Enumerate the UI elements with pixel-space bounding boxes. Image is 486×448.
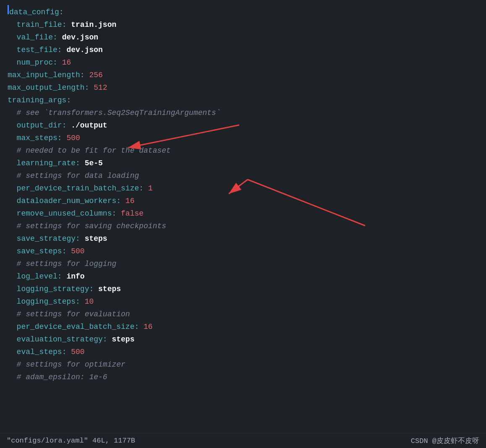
line-4: test_file: dev.json [4, 44, 486, 56]
code-content: data_config: train_file: train.json val_… [0, 3, 486, 385]
line-28: eval_steps: 500 [4, 346, 486, 358]
line-5: num_proc: 16 [4, 56, 486, 69]
line-29: # settings for optimizer [4, 358, 486, 371]
editor: data_config: train_file: train.json val_… [0, 0, 486, 448]
line-18: # settings for saving checkpoints [4, 220, 486, 232]
line-27: evaluation_strategy: steps [4, 333, 486, 346]
line-13: learning_rate: 5e-5 [4, 157, 486, 169]
cursor [8, 5, 9, 14]
file-info: "configs/lora.yaml" 46L, 1177B [7, 437, 135, 445]
branding: CSDN @皮皮虾不皮呀 [411, 436, 479, 445]
line-26: per_device_eval_batch_size: 16 [4, 320, 486, 333]
line-22: log_level: info [4, 270, 486, 283]
line-16: dataloader_num_workers: 16 [4, 195, 486, 207]
line-2: train_file: train.json [4, 18, 486, 31]
status-bar: "configs/lora.yaml" 46L, 1177B CSDN @皮皮虾… [0, 433, 486, 448]
line-9: # see `transformers.Seq2SeqTrainingArgum… [4, 107, 486, 119]
line-19: save_strategy: steps [4, 232, 486, 245]
line-8: training_args: [4, 94, 486, 107]
line-25: # settings for evaluation [4, 308, 486, 320]
line-14: # settings for data loading [4, 169, 486, 182]
line-23: logging_strategy: steps [4, 283, 486, 295]
line-6: max_input_length: 256 [4, 69, 486, 81]
line-21: # settings for logging [4, 258, 486, 270]
line-20: save_steps: 500 [4, 245, 486, 258]
line-17: remove_unused_columns: false [4, 207, 486, 220]
line-12: # needed to be fit for the dataset [4, 144, 486, 157]
line-3: val_file: dev.json [4, 31, 486, 44]
line-24: logging_steps: 10 [4, 295, 486, 308]
line-10: output_dir: ./output [4, 119, 486, 132]
line-30: # adam_epsilon: 1e-6 [4, 371, 486, 383]
line-11: max_steps: 500 [4, 132, 486, 144]
line-1: data_config: [4, 5, 486, 18]
line-15: per_device_train_batch_size: 1 [4, 182, 486, 195]
line-7: max_output_length: 512 [4, 81, 486, 94]
